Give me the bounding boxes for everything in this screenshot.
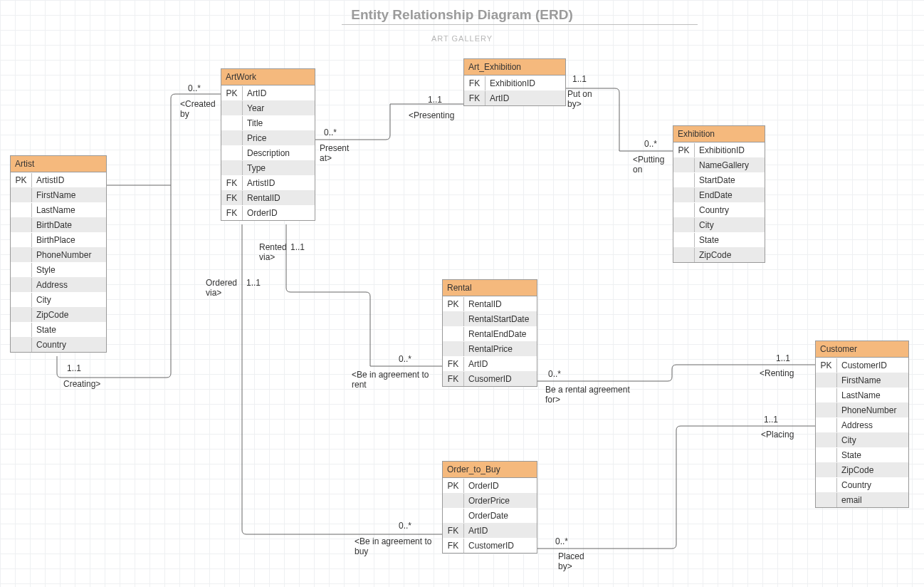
field-column: NameGallery xyxy=(695,158,765,172)
entity-row: BirthPlace xyxy=(11,232,106,247)
entity-row: Country xyxy=(673,202,765,217)
field-column: LastName xyxy=(32,203,106,217)
entity-row: FKCusomerID xyxy=(443,371,537,386)
key-column xyxy=(673,248,695,262)
label-relationship: <Presenting xyxy=(409,110,454,120)
key-column xyxy=(11,248,32,262)
entity-row: State xyxy=(673,232,765,247)
label-cardinality: 1..1 xyxy=(428,95,442,105)
field-column: Country xyxy=(837,478,908,492)
label-cardinality: 0..* xyxy=(548,369,561,379)
key-column xyxy=(816,448,837,462)
key-column xyxy=(11,323,32,337)
entity-row: State xyxy=(11,322,106,337)
field-column: ArtistID xyxy=(243,176,315,190)
entity-row: NameGallery xyxy=(673,157,765,172)
field-column: City xyxy=(32,293,106,307)
key-column: FK xyxy=(443,357,464,371)
key-column xyxy=(673,218,695,232)
label-relationship: Placed by> xyxy=(558,551,584,572)
label-relationship: Put on by> xyxy=(567,89,592,110)
key-column: PK xyxy=(673,143,695,157)
entity-row: FKArtistID xyxy=(221,175,315,190)
diagram-subtitle: ART GALLERY xyxy=(0,34,924,43)
entity-row: State xyxy=(816,447,908,462)
field-column: OrderID xyxy=(464,479,537,493)
entity-row: PKExhibitionID xyxy=(673,142,765,157)
field-column: LastName xyxy=(837,388,908,402)
label-cardinality: 1..1 xyxy=(246,278,261,288)
entity-row: BirthDate xyxy=(11,217,106,232)
label-relationship: Rented via> xyxy=(259,242,287,263)
entity-body: PKOrderIDOrderPriceOrderDateFKArtIDFKCus… xyxy=(443,478,537,553)
key-column: FK xyxy=(443,524,464,538)
key-column xyxy=(221,161,243,175)
label-cardinality: 1..1 xyxy=(776,353,790,363)
entity-row: ZipCode xyxy=(816,462,908,477)
entity-artist: Artist PKArtistIDFirstNameLastNameBirthD… xyxy=(10,155,107,353)
entity-title: ArtWork xyxy=(221,69,315,85)
field-column: ZipCode xyxy=(837,463,908,477)
key-column: PK xyxy=(443,297,464,311)
field-column: RentalEndDate xyxy=(464,327,537,341)
entity-row: Style xyxy=(11,262,106,277)
entity-row: FKArtID xyxy=(443,523,537,538)
diagram-title: Entity Relationship Diagram (ERD) xyxy=(0,7,924,23)
key-column xyxy=(816,418,837,432)
entity-row: EndDate xyxy=(673,187,765,202)
entity-row: PKRentalID xyxy=(443,296,537,311)
key-column: PK xyxy=(221,86,243,100)
field-column: CustomerID xyxy=(837,358,908,373)
key-column xyxy=(221,116,243,130)
entity-row: FirstName xyxy=(11,187,106,202)
field-column: Title xyxy=(243,116,315,130)
key-column: FK xyxy=(464,76,485,90)
label-relationship: <Placing xyxy=(761,430,794,440)
entity-row: Country xyxy=(816,477,908,492)
field-column: CusomerID xyxy=(464,372,537,386)
entity-row: PhoneNumber xyxy=(816,402,908,417)
field-column: PhoneNumber xyxy=(32,248,106,262)
entity-body: PKArtistIDFirstNameLastNameBirthDateBirt… xyxy=(11,172,106,352)
key-column xyxy=(816,478,837,492)
entity-body: PKExhibitionIDNameGalleryStartDateEndDat… xyxy=(673,142,765,262)
key-column: FK xyxy=(443,539,464,553)
entity-title: Exhibition xyxy=(673,126,765,142)
entity-row: PKCustomerID xyxy=(816,358,908,373)
field-column: ArtID xyxy=(485,91,565,105)
key-column xyxy=(816,388,837,402)
entity-customer: Customer PKCustomerIDFirstNameLastNamePh… xyxy=(815,341,909,508)
entity-row: PKOrderID xyxy=(443,478,537,493)
label-cardinality: 0..* xyxy=(399,521,411,531)
field-column: ArtistID xyxy=(32,173,106,187)
entity-body: PKArtIDYearTitlePriceDescriptionTypeFKAr… xyxy=(221,85,315,220)
entity-body: FKExhibitionIDFKArtID xyxy=(464,76,565,105)
label-cardinality: 0..* xyxy=(399,354,411,364)
entity-row: RentalStartDate xyxy=(443,311,537,326)
field-column: RentalPrice xyxy=(464,342,537,356)
label-cardinality: 1..1 xyxy=(290,242,305,252)
entity-row: Year xyxy=(221,100,315,115)
entity-title: Art_Exhibition xyxy=(464,59,565,76)
key-column xyxy=(221,146,243,160)
entity-row: Address xyxy=(816,417,908,432)
entity-row: FKCustomerID xyxy=(443,538,537,553)
field-column: EndDate xyxy=(695,188,765,202)
field-column: email xyxy=(837,493,908,507)
field-column: Style xyxy=(32,263,106,277)
title-underline xyxy=(342,24,698,25)
entity-title: Order_to_Buy xyxy=(443,462,537,478)
entity-row: Country xyxy=(11,337,106,352)
key-column xyxy=(11,233,32,247)
key-column xyxy=(11,218,32,232)
label-cardinality: 0..* xyxy=(188,83,201,93)
key-column xyxy=(443,312,464,326)
field-column: Country xyxy=(32,338,106,352)
key-column xyxy=(673,203,695,217)
key-column: PK xyxy=(443,479,464,493)
label-relationship: <Created by xyxy=(180,99,216,120)
entity-row: PhoneNumber xyxy=(11,247,106,262)
entity-row: FKOrderID xyxy=(221,205,315,220)
field-column: ZipCode xyxy=(32,308,106,322)
label-cardinality: 0..* xyxy=(324,128,337,137)
